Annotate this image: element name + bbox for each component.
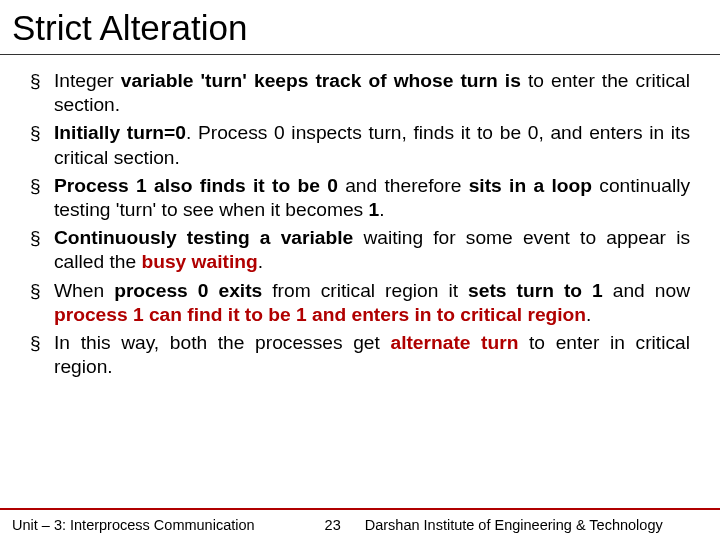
text-run: 1 bbox=[369, 199, 380, 220]
text-run: and now bbox=[603, 280, 690, 301]
text-run: Integer bbox=[54, 70, 121, 91]
text-run: busy waiting bbox=[141, 251, 257, 272]
text-run: from critical region it bbox=[262, 280, 468, 301]
bullet-item: In this way, both the processes get alte… bbox=[30, 331, 690, 379]
text-run: Continuously testing a variable bbox=[54, 227, 353, 248]
footer-institute: Darshan Institute of Engineering & Techn… bbox=[365, 517, 720, 533]
text-run: . bbox=[258, 251, 263, 272]
bullet-list: Integer variable 'turn' keeps track of w… bbox=[30, 69, 690, 379]
bullet-item: Initially turn=0. Process 0 inspects tur… bbox=[30, 121, 690, 169]
text-run: alternate turn bbox=[390, 332, 518, 353]
footer: Unit – 3: Interprocess Communication 23 … bbox=[0, 510, 720, 540]
text-run: variable 'turn' keeps track of whose tur… bbox=[121, 70, 521, 91]
text-run: process 1 can find it to be 1 and enters… bbox=[54, 304, 586, 325]
slide: Strict Alteration Integer variable 'turn… bbox=[0, 0, 720, 540]
text-run: and therefore bbox=[338, 175, 469, 196]
text-run: When bbox=[54, 280, 114, 301]
bullet-item: Process 1 also finds it to be 0 and ther… bbox=[30, 174, 690, 222]
text-run: Initially turn=0 bbox=[54, 122, 186, 143]
footer-page: 23 bbox=[255, 517, 365, 533]
bullet-item: Integer variable 'turn' keeps track of w… bbox=[30, 69, 690, 117]
text-run: process 0 exits bbox=[114, 280, 262, 301]
text-run: Process 1 also finds it to be 0 bbox=[54, 175, 338, 196]
bullet-item: Continuously testing a variable waiting … bbox=[30, 226, 690, 274]
text-run: . bbox=[586, 304, 591, 325]
footer-unit: Unit – 3: Interprocess Communication bbox=[0, 517, 255, 533]
slide-title: Strict Alteration bbox=[0, 0, 720, 55]
text-run: sits in a loop bbox=[469, 175, 592, 196]
slide-content: Integer variable 'turn' keeps track of w… bbox=[0, 55, 720, 540]
text-run: sets turn to 1 bbox=[468, 280, 603, 301]
text-run: In this way, both the processes get bbox=[54, 332, 390, 353]
bullet-item: When process 0 exits from critical regio… bbox=[30, 279, 690, 327]
text-run: . bbox=[379, 199, 384, 220]
